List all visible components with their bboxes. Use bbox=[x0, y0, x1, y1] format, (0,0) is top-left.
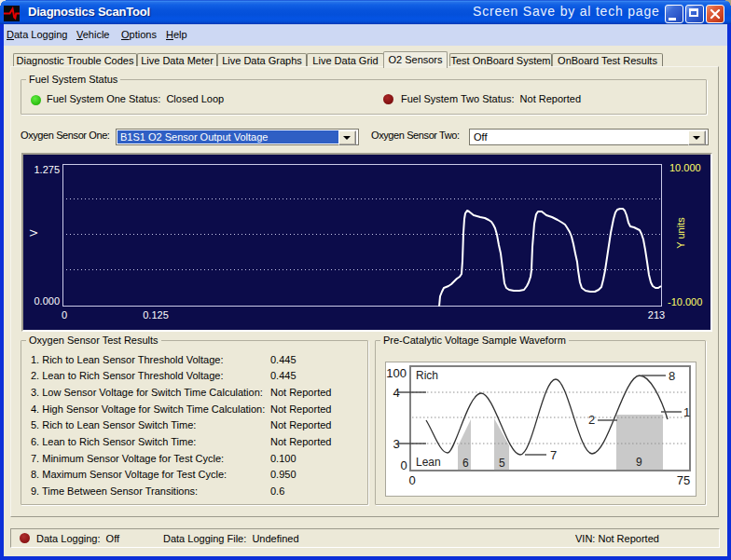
svg-text:0: 0 bbox=[62, 309, 67, 321]
svg-text:9: 9 bbox=[636, 456, 642, 469]
svg-text:213: 213 bbox=[648, 309, 665, 321]
svg-text:1.275: 1.275 bbox=[34, 164, 60, 175]
svg-text:1: 1 bbox=[683, 405, 690, 419]
svg-text:10.000: 10.000 bbox=[669, 162, 701, 173]
svg-text:6: 6 bbox=[462, 457, 469, 470]
svg-text:0: 0 bbox=[400, 458, 407, 472]
svg-text:3: 3 bbox=[393, 437, 399, 451]
svg-text:75: 75 bbox=[677, 473, 690, 487]
svg-text:0.000: 0.000 bbox=[34, 295, 60, 307]
svg-text:7: 7 bbox=[550, 448, 557, 462]
svg-text:100: 100 bbox=[386, 366, 407, 380]
svg-text:Y units: Y units bbox=[675, 217, 686, 249]
svg-text:8: 8 bbox=[669, 369, 675, 383]
svg-text:0: 0 bbox=[408, 473, 415, 487]
svg-text:Rich: Rich bbox=[416, 369, 438, 382]
svg-text:V: V bbox=[28, 229, 39, 237]
svg-text:4: 4 bbox=[393, 386, 399, 400]
svg-text:Lean: Lean bbox=[416, 456, 441, 469]
svg-text:0.125: 0.125 bbox=[143, 309, 169, 321]
svg-text:-10.000: -10.000 bbox=[668, 296, 702, 307]
svg-text:2: 2 bbox=[588, 413, 595, 427]
svg-text:5: 5 bbox=[499, 457, 505, 470]
